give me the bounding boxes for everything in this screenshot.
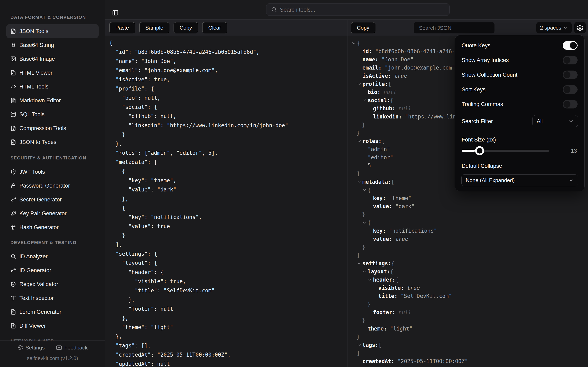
chevron-down-icon[interactable] (357, 261, 362, 266)
slider-knob[interactable] (475, 146, 484, 155)
sidebar-item-password-generator[interactable]: Password Generator (6, 179, 99, 193)
sidebar-toggle-button[interactable] (111, 8, 120, 17)
sort-keys-toggle[interactable] (563, 85, 578, 94)
tree-value: "2025-05-11T00:00:00Z" (394, 358, 468, 364)
tree-bracket: } (362, 122, 365, 128)
default-collapse-label: Default Collapse (462, 163, 502, 169)
sidebar-item-compression-tools[interactable]: Compression Tools (6, 121, 99, 135)
font-size-slider[interactable] (462, 146, 549, 155)
sidebar-item-sql-tools[interactable]: SQL Tools (6, 108, 99, 121)
sidebar-item-label: Secret Generator (19, 197, 62, 203)
default-collapse-select[interactable]: None (All Expanded) (461, 174, 578, 186)
sidebar-item-key-pair-generator[interactable]: Key Pair Generator (6, 207, 99, 220)
clear-button[interactable]: Clear (202, 22, 227, 33)
sidebar-item-base64-string[interactable]: Base64 String (6, 38, 99, 52)
search-filter-select[interactable]: All (532, 115, 578, 127)
tree-node-settings[interactable]: settings:{ (351, 259, 588, 267)
sidebar-item-label: Lorem Generator (19, 309, 61, 315)
chevron-down-icon[interactable] (362, 98, 368, 103)
tree-node: ] (351, 349, 588, 357)
sidebar-item-label: HTML Viewer (19, 70, 52, 76)
sidebar-item-lorem-generator[interactable]: Lorem Generator (6, 305, 99, 319)
trailing-commas-toggle[interactable] (563, 100, 578, 108)
tree-bracket: { (391, 260, 394, 267)
sidebar-item-json-tools[interactable]: JSON Tools (6, 24, 99, 38)
tree-node-tags[interactable]: tags:[ (351, 341, 588, 349)
sidebar-item-hash-generator[interactable]: Hash Generator (6, 220, 99, 234)
tree-node-layout[interactable]: layout:{ (351, 267, 588, 276)
sidebar-item-jwt-tools[interactable]: JWT Tools (6, 165, 99, 179)
chevron-down-icon[interactable] (357, 82, 362, 86)
tree-settings-button[interactable] (574, 22, 586, 33)
default-collapse-value: None (All Expanded) (466, 177, 515, 184)
gear-icon (17, 345, 23, 350)
sidebar-item-secret-generator[interactable]: Secret Generator (6, 193, 99, 207)
tree-key: bio: (368, 89, 380, 95)
sidebar-section-network-web: NETWORK & WEB (0, 334, 105, 341)
chevron-down-icon[interactable] (357, 139, 362, 143)
json-search-input[interactable] (419, 22, 492, 34)
mail-icon (56, 345, 62, 350)
chevron-down-icon[interactable] (362, 269, 368, 274)
toggle-knob (563, 86, 571, 93)
chevron-down-icon[interactable] (357, 179, 362, 184)
tree-value: "SelfDevKit.com" (398, 293, 452, 299)
setting-row-trailing-commas: Trailing Commas (462, 97, 578, 111)
sidebar-item-markdown-editor[interactable]: Markdown Editor (6, 94, 99, 108)
sidebar-item-text-inspector[interactable]: Text Inspector (6, 291, 99, 305)
tree-key: email: (362, 65, 381, 71)
tree-bracket: { (368, 187, 371, 193)
sidebar-item-html-tools[interactable]: HTML Tools (6, 80, 99, 94)
toggle-knob (563, 71, 571, 78)
search-filter-label: Search Filter (462, 118, 493, 125)
sidebar-item-regex-validator[interactable]: Regex Validator (6, 277, 99, 291)
tree-bracket: { (388, 81, 391, 87)
sidebar-item-html-viewer[interactable]: HTML Viewer (6, 66, 99, 80)
shield-check-icon (10, 169, 16, 175)
chevron-down-icon[interactable] (362, 188, 368, 192)
tree-bracket: { (396, 277, 399, 283)
tree-node-header[interactable]: header:{ (351, 276, 588, 284)
chevron-down-icon (568, 118, 574, 124)
settings-link[interactable]: Settings (17, 345, 45, 351)
show-array-indices-toggle[interactable] (563, 56, 578, 64)
tree-bracket: } (362, 211, 365, 217)
feedback-link[interactable]: Feedback (56, 345, 87, 351)
sidebar-item-label: ID Generator (19, 267, 51, 274)
sample-button[interactable]: Sample (139, 22, 169, 33)
tool-search-input[interactable] (279, 4, 446, 16)
json-editor-pane[interactable]: { "id": "b8df6b0b-08b6-4741-a246-2b05015… (105, 36, 347, 367)
tree-key: settings: (362, 260, 391, 267)
chevron-down-icon[interactable] (357, 342, 362, 347)
tree-node[interactable]: { (351, 218, 588, 227)
sidebar-item-label: JWT Tools (19, 169, 45, 175)
sidebar-item-id-analyzer[interactable]: ID Analyzer (6, 250, 99, 263)
tree-key: value: (373, 203, 392, 209)
tree-copy-button[interactable]: Copy (351, 22, 375, 33)
copy-button[interactable]: Copy (173, 22, 198, 33)
sidebar-item-json-to-types[interactable]: JSON to Types (6, 135, 99, 149)
tree-bracket: { (357, 40, 360, 46)
font-size-value: 13 (571, 148, 577, 154)
tree-bracket: ] (357, 252, 360, 258)
shield-check-icon (10, 281, 16, 287)
quote-keys-toggle[interactable] (563, 41, 578, 50)
sidebar-item-label: Key Pair Generator (19, 210, 67, 217)
tree-value: true (391, 73, 407, 79)
sidebar-item-base64-image[interactable]: Base64 Image (6, 52, 99, 66)
chevron-down-icon[interactable] (362, 220, 368, 225)
show-collection-count-toggle[interactable] (563, 71, 578, 79)
topbar (105, 0, 588, 20)
setting-label: Sort Keys (462, 86, 485, 93)
tree-bracket: [ (378, 342, 381, 348)
sidebar-item-label: Password Generator (19, 183, 70, 189)
sidebar-item-id-generator[interactable]: ID Generator (6, 263, 99, 277)
tree-value: null (396, 309, 411, 315)
tree-value: true (404, 285, 420, 291)
indent-select[interactable]: 2 spaces (536, 22, 572, 33)
sidebar-item-diff-viewer[interactable]: Diff Viewer (6, 319, 99, 333)
paste-button[interactable]: Paste (109, 22, 135, 33)
chevron-down-icon[interactable] (367, 277, 373, 282)
tree-key: value: (373, 236, 392, 242)
chevron-down-icon[interactable] (351, 41, 357, 46)
